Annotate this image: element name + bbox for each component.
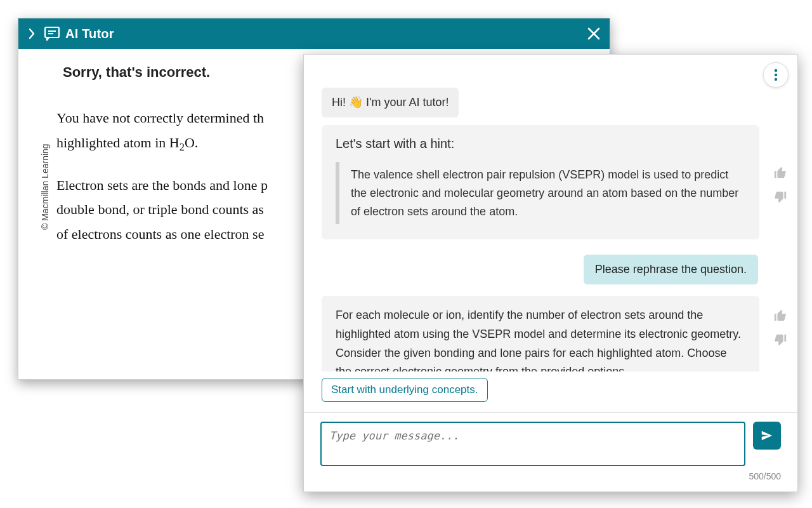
thumbs-up-icon[interactable] — [773, 166, 787, 180]
copyright-text: © Macmillan Learning — [40, 144, 50, 230]
thumbs-down-icon[interactable] — [773, 333, 787, 347]
input-row — [304, 413, 797, 471]
close-icon[interactable] — [587, 27, 601, 41]
suggestion-row: Start with underlying concepts. — [304, 371, 797, 408]
user-message: Please rephrase the question. — [584, 255, 758, 284]
thumbs-down-icon[interactable] — [773, 190, 787, 204]
message-input[interactable] — [320, 422, 745, 466]
suggestion-button[interactable]: Start with underlying concepts. — [322, 378, 488, 402]
chat-icon — [44, 26, 60, 41]
ai-rephrase-block: For each molecule or ion, identify the n… — [322, 296, 759, 371]
chat-toolbar — [304, 55, 797, 88]
svg-point-3 — [775, 69, 777, 72]
hint-lead: Let's start with a hint: — [336, 134, 745, 153]
svg-point-4 — [775, 74, 777, 76]
feedback-thumbs — [773, 309, 787, 347]
thumbs-up-icon[interactable] — [773, 309, 787, 323]
more-icon[interactable] — [763, 62, 789, 88]
tutor-title: AI Tutor — [65, 27, 114, 41]
send-button[interactable] — [753, 422, 781, 450]
feedback-thumbs — [773, 166, 787, 204]
char-counter: 500/500 — [304, 471, 797, 491]
chat-messages: Hi! 👋 I'm your AI tutor! Let's start wit… — [304, 88, 797, 371]
tutor-header: AI Tutor — [18, 18, 610, 49]
ai-hint-block: Let's start with a hint: The valence she… — [322, 125, 759, 239]
chat-panel: Hi! 👋 I'm your AI tutor! Let's start wit… — [303, 54, 798, 492]
svg-rect-0 — [45, 27, 59, 37]
svg-point-5 — [775, 78, 777, 81]
ai-intro-bubble: Hi! 👋 I'm your AI tutor! — [322, 88, 459, 117]
hint-body: The valence shell electron pair repulsio… — [336, 162, 745, 224]
chevron-right-icon[interactable] — [27, 28, 36, 39]
